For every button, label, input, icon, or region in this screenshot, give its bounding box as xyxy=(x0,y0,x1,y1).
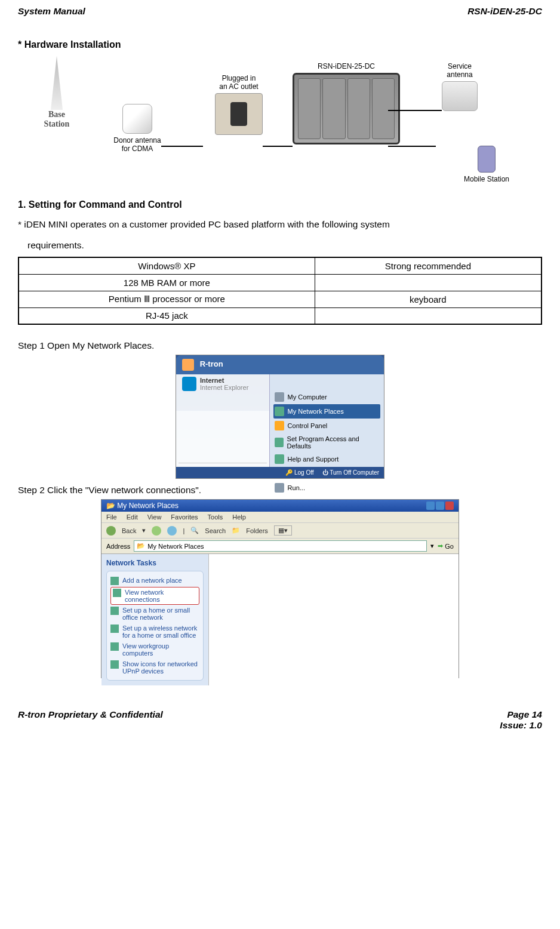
computer-icon xyxy=(275,392,284,402)
ac-outlet-label: Plugged in an AC outlet xyxy=(209,74,269,91)
phone-icon xyxy=(478,146,496,173)
requirements-table: Windows® XP Strong recommended 128 MB RA… xyxy=(18,257,542,325)
menu-view[interactable]: View xyxy=(147,513,162,521)
service-antenna-label: Service antenna xyxy=(436,62,484,79)
repeater-icon xyxy=(293,73,400,144)
window-title: My Network Places xyxy=(117,502,179,510)
header-left: System Manual xyxy=(18,6,85,17)
help-icon xyxy=(275,454,284,464)
task-show-upnp[interactable]: Show icons for networked UPnP devices xyxy=(110,659,199,676)
maximize-button[interactable] xyxy=(436,502,444,510)
toolbar: Back ▾ | 🔍 Search 📁 Folders ▦▾ xyxy=(101,523,459,539)
startmenu-controlpanel[interactable]: Control Panel xyxy=(273,419,380,433)
address-label: Address xyxy=(106,543,130,550)
step-1-text: Step 1 Open My Network Places. xyxy=(18,340,542,351)
toolbar-views[interactable]: ▦▾ xyxy=(274,525,292,536)
cell-os: Windows® XP xyxy=(19,257,315,274)
hardware-diagram: )) Base Station Donor antenna for CDMA P… xyxy=(18,56,542,187)
section-1-heading: 1. Setting for Command and Control xyxy=(18,199,542,210)
toolbar-folders[interactable]: Folders xyxy=(246,527,268,534)
donor-antenna-label: Donor antenna for CDMA xyxy=(113,136,161,153)
startmenu-ie[interactable]: Internet Internet Explorer xyxy=(179,374,267,393)
startmenu-logoff[interactable]: 🔑 Log Off xyxy=(285,469,313,476)
startmenu-setprogram[interactable]: Set Program Access and Defaults xyxy=(273,433,380,452)
go-button[interactable]: ➡Go xyxy=(438,542,454,550)
task-setup-wireless[interactable]: Set up a wireless network for a home or … xyxy=(110,623,199,641)
footer-page: 14 xyxy=(532,709,542,719)
cell-os-note: Strong recommended xyxy=(315,257,541,274)
task-add-network-place[interactable]: Add a network place xyxy=(110,575,199,587)
network-icon xyxy=(275,407,284,416)
workgroup-icon xyxy=(110,642,119,651)
cell-cpu: Pentium Ⅲ processor or more xyxy=(19,291,315,307)
startmenu-help[interactable]: Help and Support xyxy=(273,452,380,466)
network-tasks-panel: Network Tasks Add a network place View n… xyxy=(101,554,209,685)
table-row: 128 MB RAM or more xyxy=(19,274,541,291)
cell-ram: 128 MB RAM or more xyxy=(19,274,315,291)
forward-icon[interactable] xyxy=(152,526,161,536)
hardware-install-heading: * Hardware Installation xyxy=(18,39,542,50)
startmenu-user: R-tron xyxy=(176,355,384,374)
step1-screenshot: R-tron Internet Internet Explorer All Pr… xyxy=(176,355,384,479)
wireless-icon xyxy=(110,625,119,633)
cell-rj45: RJ-45 jack xyxy=(19,307,315,324)
repeater-block: RSN-iDEN-25-DC xyxy=(281,62,412,144)
menu-favorites[interactable]: Favorites xyxy=(171,513,198,521)
cell-ram-note xyxy=(315,274,541,291)
service-antenna-block: Service antenna xyxy=(436,62,484,111)
para-1b: requirements. xyxy=(18,236,542,254)
mobile-label: Mobile Station xyxy=(460,175,513,183)
menu-edit[interactable]: Edit xyxy=(127,513,138,521)
table-row: RJ-45 jack xyxy=(19,307,541,324)
wire xyxy=(263,146,293,147)
footer-issue: Issue: 1.0 xyxy=(500,720,542,730)
donor-antenna-icon xyxy=(122,104,152,134)
explorer-main-area xyxy=(209,554,459,685)
cell-rj45-note xyxy=(315,307,541,324)
toolbar-search[interactable]: Search xyxy=(205,527,226,534)
table-row: Pentium Ⅲ processor or more keyboard xyxy=(19,291,541,307)
menu-file[interactable]: File xyxy=(106,513,117,521)
startmenu-mynetwork[interactable]: My Network Places xyxy=(273,404,380,419)
donor-antenna-block: Donor antenna for CDMA xyxy=(113,104,161,153)
toolbar-back[interactable]: Back xyxy=(122,527,136,534)
outlet-icon xyxy=(215,93,263,135)
step2-screenshot: 📂 My Network Places File Edit View Favor… xyxy=(101,499,459,678)
up-icon[interactable] xyxy=(167,526,177,536)
task-setup-home[interactable]: Set up a home or small office network xyxy=(110,605,199,623)
header-right: RSN-iDEN-25-DC xyxy=(467,6,542,17)
close-button[interactable] xyxy=(445,502,454,510)
ac-outlet-block: Plugged in an AC outlet xyxy=(209,74,269,135)
footer-page-label: Page xyxy=(507,709,531,719)
address-field[interactable]: 📂My Network Places xyxy=(134,540,427,552)
service-antenna-icon xyxy=(442,81,478,111)
wire xyxy=(388,110,442,111)
task-view-network-connections[interactable]: View network connections xyxy=(110,587,199,605)
mobile-station-block: Mobile Station xyxy=(460,146,513,183)
minimize-button[interactable] xyxy=(426,502,435,510)
window-titlebar: 📂 My Network Places xyxy=(101,500,459,512)
view-conn-icon xyxy=(113,589,121,597)
setup-icon xyxy=(110,607,119,615)
base-station-block: )) Base Station xyxy=(30,56,84,129)
menubar: File Edit View Favorites Tools Help xyxy=(101,512,459,523)
add-icon xyxy=(110,577,119,585)
menu-help[interactable]: Help xyxy=(232,513,246,521)
task-view-workgroup[interactable]: View workgroup computers xyxy=(110,641,199,659)
setprog-icon xyxy=(275,438,284,447)
back-icon[interactable] xyxy=(106,526,116,536)
cell-cpu-note: keyboard xyxy=(315,291,541,307)
menu-tools[interactable]: Tools xyxy=(208,513,223,521)
ie-icon xyxy=(182,377,196,391)
startmenu-turnoff[interactable]: ⏻ Turn Off Computer xyxy=(322,469,379,476)
footer-left: R-tron Proprietary & Confidential xyxy=(18,709,163,731)
para-1: * iDEN MINI operates on a customer provi… xyxy=(18,215,542,233)
run-icon xyxy=(275,483,284,493)
cpanel-icon xyxy=(275,421,284,430)
wire xyxy=(388,146,436,147)
startmenu-mycomputer[interactable]: My Computer xyxy=(273,390,380,404)
repeater-label: RSN-iDEN-25-DC xyxy=(281,62,412,70)
startmenu-run[interactable]: Run... xyxy=(273,481,380,495)
network-tasks-title: Network Tasks xyxy=(106,559,204,567)
tower-icon: )) xyxy=(42,56,72,110)
